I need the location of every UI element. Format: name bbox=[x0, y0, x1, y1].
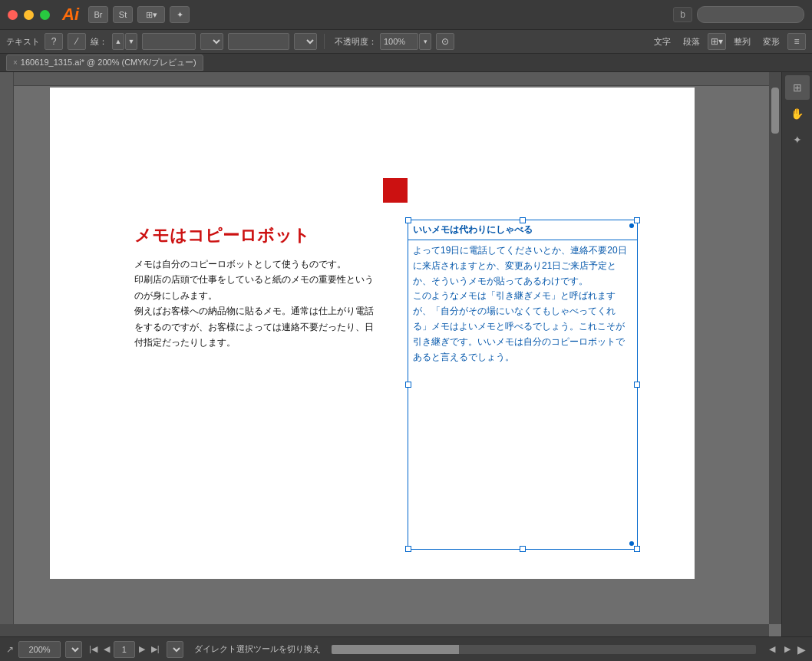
page-number-input[interactable] bbox=[114, 641, 135, 658]
scrollbar-vertical[interactable] bbox=[769, 72, 781, 624]
prev-page-btn[interactable]: ◀ bbox=[101, 644, 112, 654]
paragraph-btn[interactable]: 段落 bbox=[678, 35, 705, 49]
st-icon-btn[interactable]: St bbox=[113, 6, 133, 23]
titlebar-icons: Br St ⊞▾ ✦ bbox=[88, 6, 190, 23]
tool-label: テキスト bbox=[6, 36, 40, 48]
stroke-label: 線： bbox=[91, 36, 107, 48]
opacity-input[interactable] bbox=[380, 33, 418, 50]
stroke-down-btn[interactable]: ▼ bbox=[125, 33, 137, 50]
minimize-button[interactable] bbox=[24, 10, 34, 20]
handle-mid-right[interactable] bbox=[634, 382, 640, 388]
opacity-label: 不透明度： bbox=[335, 36, 377, 48]
tool-options-icon[interactable]: ? bbox=[45, 33, 63, 50]
status-progress bbox=[332, 645, 756, 654]
panel-btn-hand[interactable]: ✋ bbox=[785, 101, 810, 126]
export-icon[interactable]: ↗ bbox=[6, 644, 14, 655]
titlebar-right: b bbox=[673, 6, 804, 23]
ruler-horizontal bbox=[0, 72, 769, 86]
effects-icon[interactable]: ⊙ bbox=[436, 33, 454, 50]
status-bar: ↗ ▾ |◀ ◀ ▶ ▶| ▾ ダイレクト選択ツールを切り換え ◀ ▶ ▶ bbox=[0, 636, 812, 661]
more-options-icon[interactable]: ⊞▾ bbox=[708, 33, 726, 50]
document-title: メモはコピーロボット bbox=[134, 224, 380, 247]
corner-dot-tr bbox=[629, 223, 634, 228]
close-button[interactable] bbox=[8, 10, 18, 20]
next-page-btn[interactable]: ▶ bbox=[137, 644, 147, 654]
handle-top-center[interactable] bbox=[520, 217, 526, 223]
tab-filename: 160619_1315.ai* @ 200% (CMYK/プレビュー) bbox=[21, 57, 196, 68]
status-right-arrow[interactable]: ▶ bbox=[797, 643, 806, 656]
document-canvas[interactable]: メモはコピーロボット メモは自分のコピーロボットとして使うものです。印刷店の店頭… bbox=[50, 88, 695, 579]
tab-bar: × 160619_1315.ai* @ 200% (CMYK/プレビュー) bbox=[0, 54, 812, 72]
handle-top-left[interactable] bbox=[405, 217, 411, 223]
ruler-vertical bbox=[0, 72, 14, 624]
status-text: ダイレクト選択ツールを切り換え bbox=[194, 643, 321, 655]
opacity-section: 不透明度： ▾ bbox=[335, 33, 431, 50]
search-input[interactable] bbox=[697, 6, 804, 23]
panel-btn-grid[interactable]: ⊞ bbox=[785, 75, 810, 100]
panel-btn-star[interactable]: ✦ bbox=[785, 127, 810, 152]
canvas-area[interactable]: メモはコピーロボット メモは自分のコピーロボットとして使うものです。印刷店の店頭… bbox=[0, 72, 781, 636]
app-logo: Ai bbox=[62, 5, 79, 25]
right-text-box[interactable]: いいメモは代わりにしゃべる よって19日に電話してくださいとか、連絡不要20日に… bbox=[408, 220, 638, 550]
progress-next-btn[interactable]: ▶ bbox=[782, 644, 793, 654]
stroke-color-swatch[interactable] bbox=[142, 33, 196, 50]
fill-options-select[interactable] bbox=[294, 33, 317, 50]
scrollbar-horizontal[interactable] bbox=[0, 624, 769, 636]
document-tab[interactable]: × 160619_1315.ai* @ 200% (CMYK/プレビュー) bbox=[6, 55, 203, 71]
stroke-icon[interactable]: ⁄ bbox=[68, 33, 86, 50]
fill-swatch[interactable] bbox=[228, 33, 289, 50]
progress-prev-btn[interactable]: ◀ bbox=[767, 644, 777, 654]
document-body: メモは自分のコピーロボットとして使うものです。印刷店の店頭で仕事をしていると紙の… bbox=[134, 256, 380, 350]
last-page-btn[interactable]: ▶| bbox=[149, 644, 162, 654]
align-btn[interactable]: 整列 bbox=[729, 35, 755, 49]
wand-icon-btn[interactable]: ✦ bbox=[170, 6, 190, 23]
layout-icon-btn[interactable]: ⊞▾ bbox=[137, 6, 165, 23]
title-bar: Ai Br St ⊞▾ ✦ b bbox=[0, 0, 812, 29]
handle-mid-left[interactable] bbox=[405, 382, 411, 388]
handle-top-right[interactable] bbox=[634, 217, 640, 223]
progress-fill bbox=[332, 645, 459, 654]
transform-btn[interactable]: 変形 bbox=[758, 35, 784, 49]
align-section: 文字 段落 ⊞▾ 整列 変形 ≡ bbox=[649, 33, 806, 50]
page-select[interactable]: ▾ bbox=[167, 641, 183, 658]
zoom-select[interactable]: ▾ bbox=[65, 641, 82, 658]
text-btn[interactable]: 文字 bbox=[649, 35, 675, 49]
options-bar: テキスト ? ⁄ 線： ▲ ▼ 不透明度： ▾ ⊙ 文字 段落 ⊞▾ 整列 変形… bbox=[0, 29, 812, 54]
main-layout: メモはコピーロボット メモは自分のコピーロボットとして使うものです。印刷店の店頭… bbox=[0, 72, 812, 636]
panel-options-icon[interactable]: ≡ bbox=[787, 33, 806, 50]
handle-bot-left[interactable] bbox=[405, 546, 411, 552]
handle-bot-center[interactable] bbox=[520, 546, 526, 552]
page-nav: |◀ ◀ ▶ ▶| bbox=[87, 641, 162, 658]
tab-close-icon[interactable]: × bbox=[13, 58, 18, 67]
right-panel: ⊞ ✋ ✦ bbox=[781, 72, 812, 636]
br-icon-btn[interactable]: Br bbox=[88, 6, 108, 23]
left-text-block: メモはコピーロボット メモは自分のコピーロボットとして使うものです。印刷店の店頭… bbox=[134, 224, 380, 350]
textbox-body: よって19日に電話してくださいとか、連絡不要20日に来店されますとか、変更あり2… bbox=[408, 240, 637, 368]
handle-bot-right[interactable] bbox=[634, 546, 640, 552]
opacity-stepper[interactable]: ▾ bbox=[419, 33, 431, 50]
maximize-button[interactable] bbox=[40, 10, 50, 20]
mode-selector[interactable]: b bbox=[673, 7, 692, 22]
corner-dot-br bbox=[629, 541, 634, 546]
first-page-btn[interactable]: |◀ bbox=[87, 644, 100, 654]
stroke-options-select[interactable] bbox=[200, 33, 223, 50]
divider-1 bbox=[324, 34, 325, 49]
red-square-decoration bbox=[383, 178, 408, 203]
zoom-input[interactable] bbox=[18, 641, 61, 658]
scroll-thumb-vertical[interactable] bbox=[771, 88, 779, 134]
stroke-up-btn[interactable]: ▲ bbox=[112, 33, 124, 50]
